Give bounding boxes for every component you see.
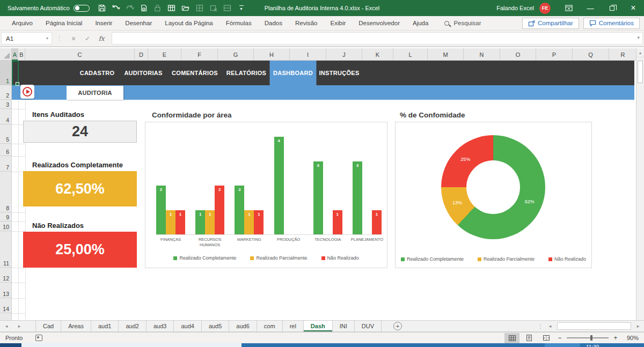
vertical-scroll-thumb[interactable] [638, 61, 643, 83]
row-header-11[interactable]: 11 [0, 231, 11, 268]
sheet-tab-rel[interactable]: rel [283, 321, 304, 331]
ribbon-tab-exibir[interactable]: Exibir [324, 16, 353, 30]
row-header-13[interactable]: 13 [0, 283, 11, 298]
ribbon-tab-desenhar[interactable]: Desenhar [119, 16, 158, 30]
row-header-9[interactable]: 9 [0, 212, 11, 222]
paste-cells-icon[interactable] [194, 2, 206, 14]
merge-cells-icon[interactable] [222, 2, 233, 14]
sheet-tab-aud6[interactable]: aud6 [229, 321, 257, 331]
ribbon-display-options-icon[interactable] [558, 0, 580, 16]
row-header-4[interactable]: 4 [0, 109, 11, 124]
nav-item-comentários[interactable]: COMENTÁRIOS [172, 61, 218, 85]
auditoria-button[interactable]: AUDITORIA [67, 86, 123, 100]
ribbon-tab-revisão[interactable]: Revisão [289, 16, 324, 30]
ribbon-tab-ajuda[interactable]: Ajuda [406, 16, 435, 30]
comments-button[interactable]: Comentários [583, 18, 640, 29]
column-header-G[interactable]: G [218, 48, 254, 61]
cancel-formula-icon[interactable]: × [67, 34, 80, 43]
column-header-L[interactable]: L [393, 48, 428, 61]
row-header-12[interactable]: 12 [0, 268, 11, 283]
row-header-7[interactable]: 7 [0, 156, 11, 172]
nav-item-instruções[interactable]: INSTRUÇÕES [319, 61, 359, 85]
sheet-tab-duv[interactable]: DUV [355, 321, 382, 331]
save-icon[interactable] [96, 2, 108, 14]
column-header-E[interactable]: E [148, 48, 181, 61]
customize-qat-icon[interactable]: ▾ [236, 2, 247, 14]
video-play-button[interactable] [20, 85, 34, 99]
ribbon-tab-inserir[interactable]: Inserir [89, 16, 119, 30]
row-header-3[interactable]: 3 [0, 100, 11, 109]
page-layout-view-icon[interactable] [522, 333, 537, 343]
row-header-14[interactable]: 14 [0, 298, 11, 313]
column-header-I[interactable]: I [290, 48, 326, 61]
column-header-H[interactable]: H [254, 48, 290, 61]
autosave-toggle[interactable] [74, 5, 90, 12]
account-avatar[interactable]: FE [539, 3, 551, 14]
expand-formula-bar-icon[interactable]: ▾ [637, 35, 640, 40]
zoom-slider-thumb[interactable] [590, 335, 592, 341]
column-header-R[interactable]: R [609, 48, 637, 61]
zoom-in-icon[interactable]: + [612, 334, 619, 342]
zoom-out-icon[interactable]: − [556, 334, 564, 342]
ribbon-tab-arquivo[interactable]: Arquivo [5, 16, 39, 30]
new-sheet-button[interactable]: + [393, 322, 402, 330]
column-header-K[interactable]: K [362, 48, 393, 61]
tab-strip-options-icon[interactable]: ⋮ [538, 323, 543, 329]
column-header-M[interactable]: M [428, 48, 464, 61]
sheet-nav-right-icon[interactable]: ▸ [13, 321, 26, 331]
selected-cell-a1[interactable] [12, 61, 19, 85]
ribbon-tab-desenvolvedor[interactable]: Desenvolvedor [352, 16, 406, 30]
bar-chart[interactable]: 21111221143131 FINANÇASRECURSOS HUMANOSM… [145, 122, 387, 268]
column-header-Q[interactable]: Q [573, 48, 609, 61]
open-folder-icon[interactable] [180, 2, 192, 14]
sheet-tab-dash[interactable]: Dash [304, 321, 333, 331]
enter-formula-icon[interactable]: ✓ [80, 35, 94, 42]
row-header-10[interactable]: 10 [0, 222, 11, 231]
hscroll-right-icon[interactable]: ▸ [634, 323, 642, 329]
minimize-button[interactable]: — [580, 0, 601, 16]
zoom-slider[interactable] [567, 337, 609, 338]
account-name[interactable]: Falando Excel [496, 5, 534, 11]
normal-view-icon[interactable] [504, 333, 519, 343]
lock-icon[interactable] [152, 2, 164, 14]
sheet-nav-left-icon[interactable]: ◂ [0, 321, 13, 331]
insert-function-icon[interactable]: fx [94, 35, 108, 42]
accessibility-icon[interactable] [35, 335, 42, 341]
close-button[interactable]: × [623, 0, 644, 16]
sheet-tab-aud3[interactable]: aud3 [147, 321, 174, 331]
vertical-scrollbar[interactable]: ▴ [636, 48, 644, 320]
sheet-tab-com[interactable]: com [257, 321, 283, 331]
redo-icon[interactable]: ▾ [124, 2, 136, 14]
restore-button[interactable] [601, 0, 623, 16]
nav-item-cadastro[interactable]: CADASTRO [80, 61, 115, 85]
share-button[interactable]: Compartilhar [522, 18, 579, 29]
ribbon-tab-layout-da-página[interactable]: Layout da Página [158, 16, 219, 30]
page-break-view-icon[interactable] [539, 333, 554, 343]
sheet-tab-aud5[interactable]: aud5 [202, 321, 229, 331]
select-all-corner[interactable] [0, 48, 12, 61]
row-header-6[interactable]: 6 [0, 144, 11, 156]
sheet-tab-cad[interactable]: Cad [35, 321, 61, 331]
column-header-F[interactable]: F [181, 48, 218, 61]
delete-cells-icon[interactable] [208, 2, 219, 14]
sheet-tab-areas[interactable]: Areas [61, 321, 91, 331]
formula-input[interactable]: ▾ [112, 32, 643, 45]
sheet-tab-aud1[interactable]: aud1 [91, 321, 119, 331]
column-header-A[interactable]: A [12, 48, 18, 61]
undo-icon[interactable]: ▾ [110, 2, 122, 14]
nav-item-relatórios[interactable]: RELATÓRIOS [226, 61, 266, 85]
horizontal-scrollbar[interactable] [557, 322, 631, 330]
ribbon-tab-dados[interactable]: Dados [258, 16, 289, 30]
column-header-B[interactable]: B [18, 48, 25, 61]
row-header-1[interactable]: 1 [0, 61, 11, 85]
row-header-5[interactable]: 5 [0, 124, 11, 144]
column-header-C[interactable]: C [25, 48, 135, 61]
column-header-N[interactable]: N [464, 48, 500, 61]
scroll-up-icon[interactable]: ▴ [636, 48, 644, 57]
hscroll-left-icon[interactable]: ◂ [546, 323, 554, 329]
sheet-tab-ini[interactable]: INI [333, 321, 355, 331]
column-header-J[interactable]: J [326, 48, 362, 61]
nav-item-auditorias[interactable]: AUDITORIAS [124, 61, 162, 85]
ribbon-tab-página-inicial[interactable]: Página Inicial [39, 16, 89, 30]
donut-chart[interactable]: 62%13%25% Realizado CompletamenteRealiza… [395, 122, 592, 268]
